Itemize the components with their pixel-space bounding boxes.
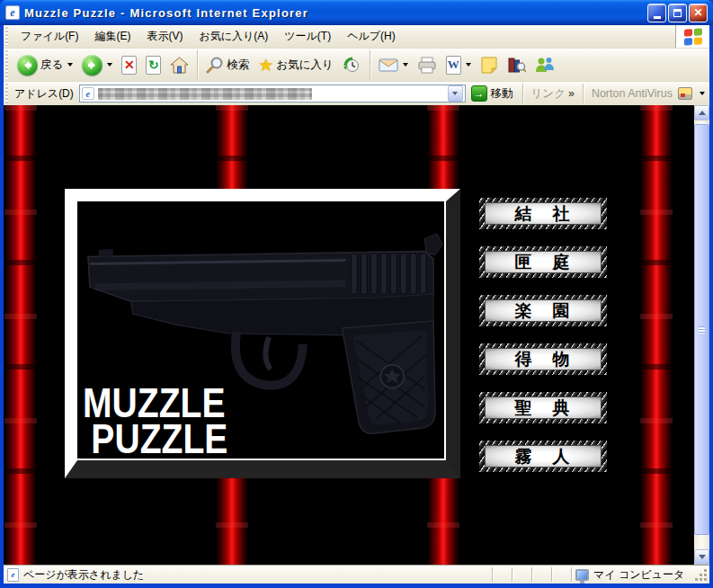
toolbar-grip[interactable]	[5, 27, 8, 46]
refresh-icon: ↻	[146, 56, 161, 75]
menu-favorites[interactable]: お気に入り(A)	[191, 25, 276, 48]
mail-button[interactable]	[374, 56, 413, 74]
chevron-down-icon	[700, 92, 705, 95]
site-logo: MUZZLE PUZZLE	[83, 385, 227, 457]
history-button[interactable]	[338, 54, 366, 76]
history-icon	[343, 56, 361, 75]
red-stripe	[4, 105, 37, 565]
nav-button-hakoniwa[interactable]: 匣 庭	[477, 245, 609, 280]
vertical-scrollbar[interactable]	[694, 105, 709, 565]
webpage: MUZZLE PUZZLE 結 社 匣 庭 楽 園 得 物 聖 典 霧 人	[4, 105, 694, 565]
minimize-button[interactable]	[647, 4, 666, 22]
chevron-down-icon	[466, 63, 471, 67]
pistol-picture-frame: MUZZLE PUZZLE	[65, 189, 460, 478]
menu-view[interactable]: 表示(V)	[138, 25, 191, 48]
menu-edit[interactable]: 編集(E)	[86, 25, 138, 48]
toolbar-grip[interactable]	[5, 50, 8, 79]
books-icon	[507, 56, 526, 74]
address-dropdown-button[interactable]	[448, 85, 463, 102]
address-bar: アドレス(D) e → 移動 リンク » Norton AntiVirus	[4, 82, 709, 105]
refresh-button[interactable]: ↻	[141, 54, 165, 76]
windows-flag-icon	[684, 28, 702, 45]
status-bar: e ページが表示されました マイ コンピュータ	[4, 565, 709, 584]
print-icon	[417, 57, 437, 74]
search-label: 検索	[227, 58, 249, 73]
nav-button-kessha[interactable]: 結 社	[477, 196, 609, 231]
nav-button-seiten[interactable]: 聖 典	[477, 390, 609, 425]
my-computer-icon	[575, 569, 589, 581]
toolbar-separator	[522, 84, 523, 103]
toolbar-separator	[583, 84, 584, 103]
back-label: 戻る	[40, 58, 63, 73]
standard-toolbar: 戻る ✕ ↻ 検索 ★ お気に入り	[4, 49, 709, 82]
go-button[interactable]: → 移動	[466, 85, 519, 102]
logo-line-2: PUZZLE	[83, 421, 227, 457]
stop-button[interactable]: ✕	[117, 54, 141, 76]
nav-button-rakuen[interactable]: 楽 園	[477, 293, 609, 328]
status-cell	[492, 567, 512, 582]
links-bar[interactable]: リンク »	[527, 85, 579, 103]
menu-bar: ファイル(F) 編集(E) 表示(V) お気に入り(A) ツール(T) ヘルプ(…	[4, 25, 709, 49]
go-label: 移動	[491, 86, 513, 102]
back-button[interactable]: 戻る	[13, 53, 77, 77]
pistol-image-panel: MUZZLE PUZZLE	[77, 201, 446, 460]
arrow-down-icon	[699, 555, 706, 559]
messenger-icon	[535, 56, 555, 74]
page-status-icon: e	[7, 568, 19, 582]
norton-label: Norton AntiVirus	[592, 87, 673, 100]
print-button[interactable]	[413, 55, 441, 76]
norton-icon	[678, 87, 692, 100]
toolbar-grip[interactable]	[5, 84, 8, 103]
menu-tools[interactable]: ツール(T)	[276, 25, 339, 48]
resize-grip[interactable]	[695, 566, 709, 584]
blurred-url	[98, 88, 312, 100]
site-navigation: 結 社 匣 庭 楽 園 得 物 聖 典 霧 人	[477, 196, 609, 487]
word-icon: W	[446, 56, 461, 75]
menu-file[interactable]: ファイル(F)	[13, 25, 86, 48]
messenger-button[interactable]	[530, 54, 559, 76]
nav-button-emono[interactable]: 得 物	[477, 342, 609, 377]
close-button[interactable]: ✕	[689, 4, 708, 22]
chevron-down-icon	[452, 92, 458, 95]
scroll-down-button[interactable]	[694, 549, 709, 565]
minimize-icon	[654, 16, 661, 19]
forward-icon	[82, 55, 102, 76]
links-label: リンク	[531, 86, 566, 102]
red-stripe	[640, 105, 673, 565]
home-button[interactable]	[165, 55, 193, 76]
menu-help[interactable]: ヘルプ(H)	[339, 25, 404, 48]
edit-with-word-button[interactable]: W	[441, 54, 476, 76]
norton-antivirus-toolbar[interactable]: Norton AntiVirus	[587, 85, 709, 102]
note-icon	[480, 56, 498, 74]
forward-button[interactable]	[77, 53, 117, 77]
page-ie-icon: e	[82, 87, 94, 100]
research-button[interactable]	[503, 54, 530, 76]
scroll-up-button[interactable]	[694, 105, 709, 120]
favorites-star-icon: ★	[258, 57, 273, 74]
address-input[interactable]: e	[79, 85, 466, 102]
status-message: ページが表示されました	[23, 567, 492, 583]
status-cell	[551, 567, 571, 582]
maximize-button[interactable]	[668, 4, 687, 22]
scrollbar-thumb[interactable]	[694, 124, 709, 535]
go-arrow-icon: →	[471, 85, 487, 102]
window-title: Muzzle Puzzle - Microsoft Internet Explo…	[24, 6, 647, 20]
status-cell	[531, 567, 551, 582]
arrow-up-icon	[699, 111, 706, 115]
notes-button[interactable]	[476, 54, 503, 76]
browser-viewport: MUZZLE PUZZLE 結 社 匣 庭 楽 園 得 物 聖 典 霧 人	[4, 105, 709, 565]
search-button[interactable]: 検索	[201, 54, 254, 76]
address-label: アドレス(D)	[14, 86, 74, 102]
favorites-label: お気に入り	[276, 58, 333, 73]
home-icon	[170, 57, 189, 74]
ie-app-icon: e	[5, 5, 20, 20]
mail-icon	[379, 58, 398, 72]
security-zone: マイ コンピュータ	[571, 567, 695, 582]
title-bar: e Muzzle Puzzle - Microsoft Internet Exp…	[0, 0, 713, 25]
chevron-down-icon	[67, 63, 73, 67]
favorites-button[interactable]: ★ お気に入り	[254, 55, 337, 76]
nav-button-kirito[interactable]: 霧 人	[477, 439, 609, 474]
stop-icon: ✕	[121, 56, 137, 75]
chevrons-icon: »	[568, 87, 575, 100]
toolbar-separator	[370, 50, 370, 79]
